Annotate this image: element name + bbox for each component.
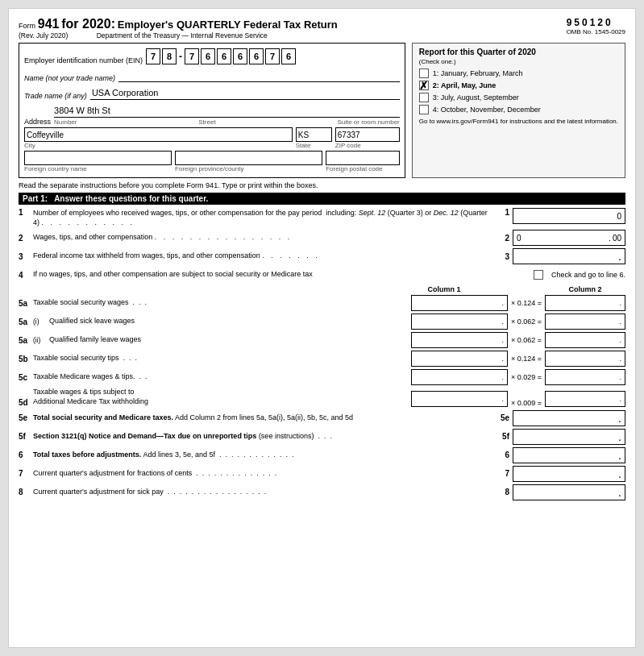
line-5c-col1[interactable]: .	[411, 369, 508, 385]
foreign-country-input[interactable]	[24, 151, 172, 165]
line-2-value: 0	[517, 234, 521, 243]
line-4-desc: If no wages, tips, and other compensatio…	[33, 270, 534, 280]
line-8-num: 8	[19, 488, 33, 496]
line-7-desc: Current quarter's adjustment for fractio…	[33, 469, 493, 479]
quarter-label-2: 2: April, May, June	[433, 81, 497, 89]
line-5aii-col2[interactable]: .	[545, 332, 625, 348]
ein-digit-3[interactable]: 7	[185, 48, 199, 64]
line-5d-num: 5d	[19, 398, 33, 407]
line-1-answer[interactable]: 0	[513, 208, 625, 224]
line-5a-col2-dot: .	[619, 299, 621, 307]
state-field: State	[296, 127, 332, 149]
line-6-num: 6	[19, 450, 33, 459]
line-5aii-sub: (ii)	[33, 336, 49, 344]
foreign-postal-label: Foreign postal code	[326, 165, 400, 172]
address-input[interactable]	[54, 103, 400, 118]
ein-digit-4[interactable]: 6	[201, 48, 215, 64]
line-3-ref: 3	[493, 252, 509, 261]
line-5d-col1[interactable]: .	[411, 391, 508, 407]
zip-input[interactable]	[335, 127, 400, 142]
ein-label: Employer identification number (EIN)	[24, 56, 143, 64]
trade-name-label: Trade name (if any)	[24, 92, 87, 100]
line-8-answer[interactable]: .	[513, 484, 625, 500]
addr-number-label: Number	[54, 118, 77, 126]
line-5d-col2[interactable]: .	[545, 391, 625, 407]
line-5c-col2[interactable]: .	[545, 369, 625, 385]
line-7-dot: .	[618, 468, 621, 480]
line-4: 4 If no wages, tips, and other compensat…	[19, 267, 625, 283]
line-5b-col2[interactable]: .	[545, 351, 625, 367]
line-5ai-col1[interactable]: .	[411, 313, 508, 330]
foreign-country-field: Foreign country name	[24, 151, 172, 172]
line-5aii-col1[interactable]: .	[411, 332, 508, 348]
quarter-label-3: 3: July, August, September	[433, 93, 519, 102]
quarter-box: Report for this Quarter of 2020 (Check o…	[412, 43, 625, 178]
line-2-dot-sep: .	[609, 234, 611, 243]
quarter-item-2[interactable]: ✗ 2: April, May, June	[419, 81, 618, 90]
ein-digit-8[interactable]: 7	[265, 48, 280, 64]
zip-field: ZIP code	[335, 127, 400, 149]
line-2-ref: 2	[493, 234, 509, 243]
line-5a-col2[interactable]: .	[545, 295, 625, 311]
quarter-checkbox-3[interactable]	[419, 93, 429, 102]
ein-row: Employer identification number (EIN) 7 8…	[24, 48, 400, 64]
line-5b-multiplier: × 0.124 =	[511, 355, 542, 363]
line-4-check-label: Check and go to line 6.	[551, 271, 625, 279]
line-2-cents: 00	[613, 234, 621, 243]
quarter-checkbox-1[interactable]	[419, 69, 429, 78]
line-5e: 5e Total social security and Medicare ta…	[19, 410, 625, 426]
line-5aii-desc: Qualified family leave wages	[49, 335, 411, 345]
line-5e-num: 5e	[19, 413, 33, 422]
quarter-checkbox-2[interactable]: ✗	[419, 81, 429, 90]
quarter-item-4[interactable]: 4: October, November, December	[419, 105, 618, 114]
quarter-item-3[interactable]: 3: July, August, September	[419, 93, 618, 102]
trade-name-row: Trade name (if any)	[24, 85, 400, 100]
quarter-checkbox-4[interactable]	[419, 105, 429, 114]
city-input[interactable]	[24, 127, 293, 142]
line-5d-multiplier: × 0.009 =	[511, 399, 542, 407]
foreign-postal-input[interactable]	[326, 151, 400, 165]
name-input[interactable]	[118, 68, 400, 82]
foreign-postal-field: Foreign postal code	[326, 151, 400, 172]
line-5f-answer[interactable]: .	[513, 429, 625, 445]
line-1-value: 0	[617, 212, 621, 221]
ein-digit-5[interactable]: 6	[217, 48, 231, 64]
line-5aii-col1-dot: .	[501, 336, 504, 344]
foreign-province-input[interactable]	[175, 151, 322, 165]
line-5b-col1-dot: .	[501, 355, 504, 363]
ein-digit-9[interactable]: 6	[281, 48, 296, 64]
line-5f-dot: .	[618, 431, 621, 442]
line-5a: 5a Taxable social security wages . . . .…	[19, 295, 625, 311]
ein-digit-1[interactable]: 7	[146, 48, 160, 64]
address-label: Address	[24, 118, 51, 126]
ein-digit-2[interactable]: 8	[162, 48, 177, 64]
line-5e-answer[interactable]: .	[513, 410, 625, 426]
line-5a-col1[interactable]: .	[411, 295, 508, 311]
dept-line: Department of the Treasury — Internal Re…	[97, 31, 268, 39]
line-5aii-col2-dot: .	[619, 336, 621, 344]
trade-name-input[interactable]	[90, 85, 400, 100]
quarter-item-1[interactable]: 1: January, February, March	[419, 69, 618, 78]
line-7-answer[interactable]: .	[513, 466, 625, 482]
line-5ai: 5a (i) Qualified sick leave wages . × 0.…	[19, 313, 625, 330]
employer-section: Employer identification number (EIN) 7 8…	[19, 43, 405, 178]
line-6-answer[interactable]: .	[513, 447, 625, 463]
ein-digit-7[interactable]: 6	[249, 48, 264, 64]
ein-digit-6[interactable]: 6	[233, 48, 247, 64]
line-8-desc: Current quarter's adjustment for sick pa…	[33, 488, 493, 497]
line-5b-col1[interactable]: .	[411, 351, 508, 367]
header-right: 950120 OMB No. 1545-0029	[567, 17, 625, 39]
line-5ai-col2[interactable]: .	[545, 313, 625, 330]
line-5ai-sub: (i)	[33, 318, 49, 326]
line-5f-num: 5f	[19, 432, 33, 441]
state-input[interactable]	[296, 127, 332, 142]
quarter-label-4: 4: October, November, December	[433, 106, 541, 114]
line-2-answer[interactable]: 0 . 00	[513, 230, 625, 246]
line-4-checkbox[interactable]	[534, 270, 543, 280]
line-5f-desc: Section 3121(q) Notice and Demand—Tax du…	[33, 432, 493, 442]
line-5c: 5c Taxable Medicare wages & tips. . . . …	[19, 369, 625, 385]
line-5a-desc: Taxable social security wages . . .	[33, 298, 411, 308]
form-number: 941	[38, 17, 60, 31]
line-3-answer[interactable]: .	[513, 248, 625, 264]
line-5d-desc: Taxable wages & tips subject toAdditiona…	[33, 388, 411, 406]
